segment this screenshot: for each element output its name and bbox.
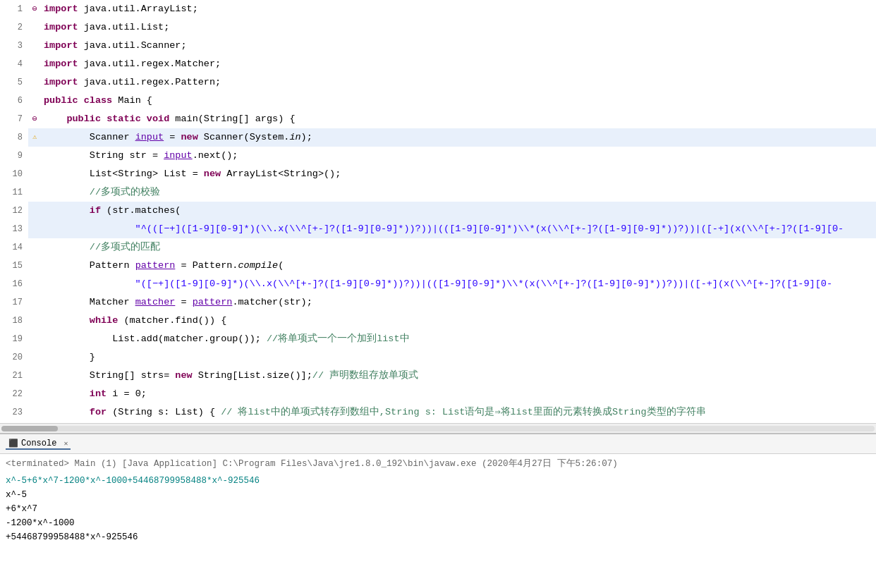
horizontal-scrollbar[interactable] xyxy=(0,423,876,433)
code-line-17: 17 Matcher matcher = pattern.matcher(str… xyxy=(0,293,876,312)
code-line-12: 12 if (str.matches( xyxy=(0,202,876,220)
scrollbar-thumb[interactable] xyxy=(1,426,58,431)
line-content-2: import java.util.List; xyxy=(41,18,876,37)
line-content-11: //多项式的校验 xyxy=(41,183,876,202)
line-content-1: import java.util.ArrayList; xyxy=(41,0,876,18)
line-content-22: int i = 0; xyxy=(41,385,876,403)
line-number-23: 23 xyxy=(0,403,28,422)
console-area: ⬛ Console ✕ <terminated> Main (1) [Java … xyxy=(0,433,876,588)
code-line-6: 6public class Main { xyxy=(0,92,876,110)
line-content-8: Scanner input = new Scanner(System.in); xyxy=(41,128,876,147)
line-number-17: 17 xyxy=(0,293,28,312)
line-number-8: 8 xyxy=(0,128,28,147)
code-line-11: 11 //多项式的校验 xyxy=(0,183,876,202)
line-number-2: 2 xyxy=(0,18,28,37)
code-line-15: 15 Pattern pattern = Pattern.compile( xyxy=(0,257,876,275)
line-icon-1[interactable]: ⊖ xyxy=(28,0,41,18)
line-number-18: 18 xyxy=(0,312,28,330)
line-number-14: 14 xyxy=(0,238,28,257)
line-number-5: 5 xyxy=(0,73,28,92)
console-close-icon[interactable]: ✕ xyxy=(63,439,68,448)
console-body[interactable]: <terminated> Main (1) [Java Application]… xyxy=(0,454,876,588)
line-number-19: 19 xyxy=(0,330,28,348)
line-content-23: for (String s: List) { // 将list中的单项式转存到数… xyxy=(41,403,876,422)
console-output-item: +6*x^7 xyxy=(6,502,870,516)
line-content-13: "^(([−+]([1-9][0-9]*)(\\.x(\\^[+-]?([1-9… xyxy=(41,220,876,238)
code-line-19: 19 List.add(matcher.group()); //将单项式一个一个… xyxy=(0,330,876,348)
line-content-21: String[] strs= new String[List.size()];/… xyxy=(41,367,876,385)
code-line-4: 4import java.util.regex.Matcher; xyxy=(0,55,876,73)
line-content-6: public class Main { xyxy=(41,92,876,110)
line-content-19: List.add(matcher.group()); //将单项式一个一个加到l… xyxy=(41,330,876,348)
code-line-9: 9 String str = input.next(); xyxy=(0,147,876,165)
code-line-10: 10 List<String> List = new ArrayList<Str… xyxy=(0,165,876,183)
line-icon-8: ⚠ xyxy=(28,128,41,147)
line-content-15: Pattern pattern = Pattern.compile( xyxy=(41,257,876,275)
code-container[interactable]: 1⊖import java.util.ArrayList;2import jav… xyxy=(0,0,876,423)
line-content-5: import java.util.regex.Pattern; xyxy=(41,73,876,92)
code-line-5: 5import java.util.regex.Pattern; xyxy=(0,73,876,92)
line-number-11: 11 xyxy=(0,183,28,202)
line-number-9: 9 xyxy=(0,147,28,165)
line-number-10: 10 xyxy=(0,165,28,183)
line-icon-7[interactable]: ⊖ xyxy=(28,110,41,128)
line-content-10: List<String> List = new ArrayList<String… xyxy=(41,165,876,183)
editor-area: 1⊖import java.util.ArrayList;2import jav… xyxy=(0,0,876,433)
line-content-14: //多项式的匹配 xyxy=(41,238,876,257)
code-lines: 1⊖import java.util.ArrayList;2import jav… xyxy=(0,0,876,422)
line-number-15: 15 xyxy=(0,257,28,275)
line-number-22: 22 xyxy=(0,385,28,403)
console-terminated-line: <terminated> Main (1) [Java Application]… xyxy=(6,457,870,471)
code-line-23: 23 for (String s: List) { // 将list中的单项式转… xyxy=(0,403,876,422)
line-number-4: 4 xyxy=(0,55,28,73)
line-content-17: Matcher matcher = pattern.matcher(str); xyxy=(41,293,876,312)
console-tab-label: Console xyxy=(21,439,56,448)
line-number-6: 6 xyxy=(0,92,28,110)
console-output-item: +54468799958488*x^-925546 xyxy=(6,530,870,544)
console-icon: ⬛ xyxy=(8,439,18,448)
line-content-12: if (str.matches( xyxy=(41,202,876,220)
code-line-21: 21 String[] strs= new String[List.size()… xyxy=(0,367,876,385)
code-line-1: 1⊖import java.util.ArrayList; xyxy=(0,0,876,18)
console-output-lines: x^-5+6*x^7-1200*x^-1000+54468799958488*x… xyxy=(6,488,870,544)
code-line-7: 7⊖ public static void main(String[] args… xyxy=(0,110,876,128)
line-content-3: import java.util.Scanner; xyxy=(41,37,876,55)
code-line-20: 20 } xyxy=(0,348,876,367)
line-number-3: 3 xyxy=(0,37,28,55)
line-number-12: 12 xyxy=(0,202,28,220)
code-line-14: 14 //多项式的匹配 xyxy=(0,238,876,257)
console-tab[interactable]: ⬛ Console ✕ xyxy=(6,439,71,450)
console-output-item: x^-5 xyxy=(6,488,870,502)
code-line-13: 13 "^(([−+]([1-9][0-9]*)(\\.x(\\^[+-]?([… xyxy=(0,220,876,238)
code-line-16: 16 "([−+]([1-9][0-9]*)(\\.x(\\^[+-]?([1-… xyxy=(0,275,876,293)
code-line-18: 18 while (matcher.find()) { xyxy=(0,312,876,330)
console-header: ⬛ Console ✕ xyxy=(0,434,876,454)
code-line-3: 3import java.util.Scanner; xyxy=(0,37,876,55)
line-content-4: import java.util.regex.Matcher; xyxy=(41,55,876,73)
line-content-9: String str = input.next(); xyxy=(41,147,876,165)
console-output-input: x^-5+6*x^7-1200*x^-1000+54468799958488*x… xyxy=(6,474,870,488)
line-content-7: public static void main(String[] args) { xyxy=(41,110,876,128)
line-number-13: 13 xyxy=(0,220,28,238)
line-content-18: while (matcher.find()) { xyxy=(41,312,876,330)
line-content-20: } xyxy=(41,348,876,367)
line-number-1: 1 xyxy=(0,0,28,18)
line-number-21: 21 xyxy=(0,367,28,385)
code-line-8: 8⚠ Scanner input = new Scanner(System.in… xyxy=(0,128,876,147)
line-number-7: 7 xyxy=(0,110,28,128)
scrollbar-track[interactable] xyxy=(1,426,875,431)
line-number-16: 16 xyxy=(0,275,28,293)
code-line-22: 22 int i = 0; xyxy=(0,385,876,403)
line-number-20: 20 xyxy=(0,348,28,367)
line-content-16: "([−+]([1-9][0-9]*)(\\.x(\\^[+-]?([1-9][… xyxy=(41,275,876,293)
code-line-2: 2import java.util.List; xyxy=(0,18,876,37)
console-output-item: -1200*x^-1000 xyxy=(6,516,870,530)
